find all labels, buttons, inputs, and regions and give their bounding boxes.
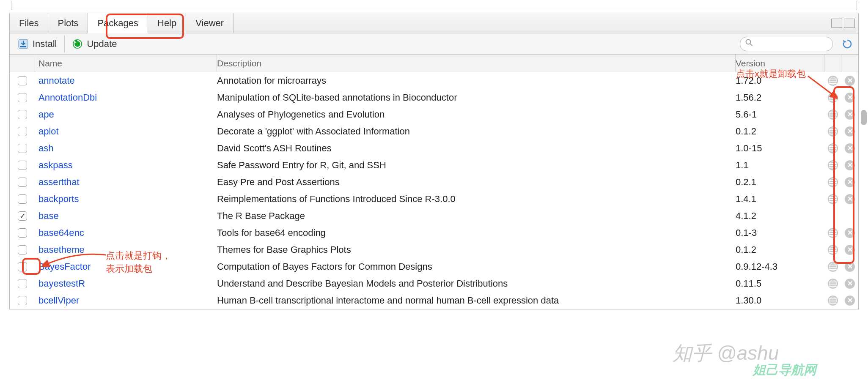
- load-package-checkbox[interactable]: [18, 110, 27, 119]
- globe-icon[interactable]: [828, 160, 838, 170]
- table-row: assertthatEasy Pre and Post Assertions0.…: [10, 174, 858, 191]
- load-package-checkbox[interactable]: [18, 228, 27, 238]
- globe-icon[interactable]: [828, 109, 838, 120]
- tab-plots[interactable]: Plots: [48, 13, 88, 33]
- watermark-zhihu: 知乎 @ashu: [673, 340, 779, 367]
- remove-package-icon[interactable]: ✕: [845, 126, 855, 137]
- table-row: aplotDecorate a 'ggplot' with Associated…: [10, 123, 858, 140]
- search-box[interactable]: [740, 37, 833, 51]
- package-name-link[interactable]: base: [38, 211, 59, 221]
- install-icon: [17, 38, 29, 50]
- package-description: The R Base Package: [217, 211, 305, 221]
- package-name-link[interactable]: basetheme: [38, 244, 85, 255]
- globe-icon[interactable]: [828, 228, 838, 238]
- watermark-nav: 姐己导航网: [753, 361, 816, 379]
- tab-viewer[interactable]: Viewer: [186, 13, 233, 33]
- package-description: Safe Password Entry for R, Git, and SSH: [217, 160, 386, 170]
- globe-icon[interactable]: [828, 126, 838, 137]
- remove-package-icon[interactable]: ✕: [845, 228, 855, 238]
- console-remnant: [11, 1, 857, 10]
- load-package-checkbox[interactable]: [18, 279, 27, 288]
- package-name-link[interactable]: bcellViper: [38, 295, 79, 306]
- package-version: 5.6-1: [736, 109, 757, 120]
- remove-package-icon[interactable]: ✕: [845, 160, 855, 170]
- package-version: 1.72.0: [736, 75, 761, 86]
- header-web-col: [824, 55, 841, 72]
- remove-package-icon[interactable]: ✕: [845, 177, 855, 187]
- table-row: BayesFactorComputation of Bayes Factors …: [10, 258, 858, 275]
- tab-packages[interactable]: Packages: [88, 13, 148, 33]
- package-description: Human B-cell transcriptional interactome…: [217, 295, 559, 306]
- load-package-checkbox[interactable]: [18, 127, 27, 136]
- load-package-checkbox[interactable]: [18, 76, 27, 85]
- packages-table-header: Name Description Version: [10, 55, 858, 72]
- remove-package-icon[interactable]: ✕: [845, 279, 855, 289]
- maximize-pane-button[interactable]: [844, 19, 855, 28]
- globe-icon[interactable]: [828, 262, 838, 272]
- update-label: Update: [87, 38, 117, 49]
- header-description[interactable]: Description: [217, 55, 736, 72]
- package-name-link[interactable]: assertthat: [38, 177, 80, 187]
- globe-icon[interactable]: [828, 245, 838, 255]
- refresh-button[interactable]: [841, 37, 854, 51]
- globe-icon[interactable]: [828, 295, 838, 306]
- load-package-checkbox[interactable]: [18, 245, 27, 254]
- scrollbar-thumb[interactable]: [861, 110, 867, 125]
- header-version[interactable]: Version: [736, 55, 824, 72]
- globe-icon[interactable]: [828, 143, 838, 153]
- remove-package-icon[interactable]: ✕: [845, 143, 855, 153]
- search-icon: [745, 39, 753, 49]
- install-button[interactable]: Install: [14, 36, 65, 52]
- tab-files[interactable]: Files: [10, 13, 48, 33]
- remove-package-icon[interactable]: ✕: [845, 76, 855, 86]
- update-button[interactable]: Update: [68, 36, 124, 52]
- remove-package-icon[interactable]: ✕: [845, 109, 855, 120]
- package-description: Analyses of Phylogenetics and Evolution: [217, 109, 385, 120]
- package-name-link[interactable]: annotate: [38, 75, 75, 86]
- packages-panel: Files Plots Packages Help Viewer Install…: [9, 13, 859, 309]
- remove-package-icon[interactable]: ✕: [845, 93, 855, 103]
- pane-tab-bar: Files Plots Packages Help Viewer: [10, 13, 858, 33]
- table-row: basethemeThemes for Base Graphics Plots0…: [10, 241, 858, 258]
- package-description: Decorate a 'ggplot' with Associated Info…: [217, 126, 410, 137]
- minimize-pane-button[interactable]: [831, 19, 842, 28]
- remove-package-icon[interactable]: ✕: [845, 245, 855, 255]
- globe-icon[interactable]: [828, 279, 838, 289]
- package-version: 0.9.12-4.3: [736, 261, 777, 272]
- load-package-checkbox[interactable]: [18, 211, 27, 221]
- load-package-checkbox[interactable]: [18, 296, 27, 305]
- package-name-link[interactable]: bayestestR: [38, 278, 85, 289]
- load-package-checkbox[interactable]: [18, 93, 27, 102]
- package-name-link[interactable]: askpass: [38, 160, 73, 170]
- package-name-link[interactable]: backports: [38, 194, 79, 204]
- table-row: askpassSafe Password Entry for R, Git, a…: [10, 157, 858, 174]
- update-icon: [71, 38, 83, 50]
- load-package-checkbox[interactable]: [18, 178, 27, 187]
- globe-icon[interactable]: [828, 76, 838, 86]
- load-package-checkbox[interactable]: [18, 161, 27, 170]
- package-name-link[interactable]: aplot: [38, 126, 59, 137]
- tab-help[interactable]: Help: [148, 13, 186, 33]
- package-description: Manipulation of SQLite-based annotations…: [217, 92, 457, 103]
- package-name-link[interactable]: BayesFactor: [38, 261, 91, 272]
- globe-icon[interactable]: [828, 194, 838, 204]
- search-input[interactable]: [755, 39, 827, 48]
- remove-package-icon[interactable]: ✕: [845, 194, 855, 204]
- svg-point-3: [746, 40, 751, 44]
- package-name-link[interactable]: AnnotationDbi: [38, 92, 97, 103]
- package-description: Tools for base64 encoding: [217, 227, 326, 238]
- load-package-checkbox[interactable]: [18, 144, 27, 153]
- svg-line-4: [750, 44, 753, 46]
- load-package-checkbox[interactable]: [18, 194, 27, 204]
- load-package-checkbox[interactable]: [18, 262, 27, 271]
- globe-icon[interactable]: [828, 93, 838, 103]
- package-name-link[interactable]: ash: [38, 143, 53, 153]
- package-name-link[interactable]: ape: [38, 109, 54, 120]
- remove-package-icon[interactable]: ✕: [845, 295, 855, 306]
- package-description: Understand and Describe Bayesian Models …: [217, 278, 508, 289]
- remove-package-icon[interactable]: ✕: [845, 262, 855, 272]
- package-name-link[interactable]: base64enc: [38, 227, 84, 238]
- pane-window-controls: [831, 19, 858, 28]
- header-name[interactable]: Name: [35, 55, 217, 72]
- globe-icon[interactable]: [828, 177, 838, 187]
